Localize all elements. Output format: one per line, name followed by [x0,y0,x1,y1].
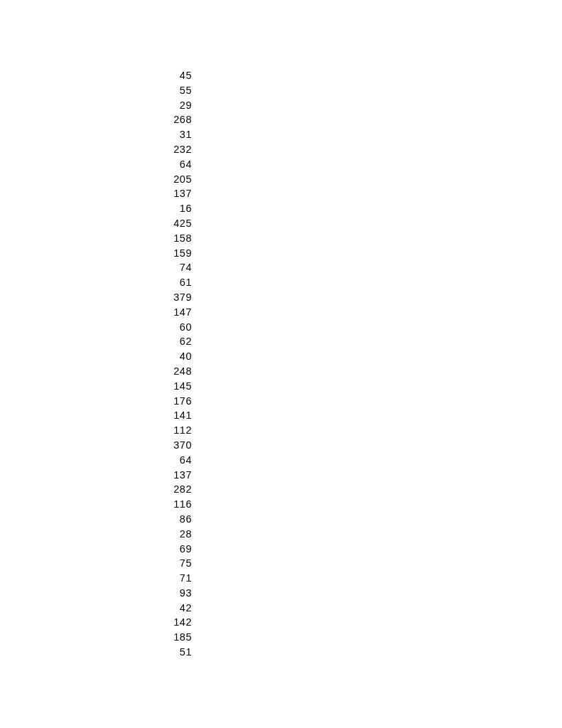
number-cell: 147 [163,305,192,320]
number-cell: 71 [163,571,192,586]
number-cell: 137 [163,186,192,201]
number-cell: 55 [163,83,192,98]
number-cell: 379 [163,290,192,305]
number-cell: 176 [163,394,192,409]
number-cell: 116 [163,497,192,512]
number-cell: 158 [163,231,192,246]
number-cell: 232 [163,142,192,157]
number-cell: 141 [163,408,192,423]
number-cell: 74 [163,260,192,275]
number-cell: 205 [163,172,192,187]
number-cell: 370 [163,438,192,453]
number-cell: 75 [163,556,192,571]
number-cell: 69 [163,542,192,557]
number-cell: 159 [163,246,192,261]
number-cell: 60 [163,320,192,335]
number-cell: 64 [163,453,192,468]
number-cell: 45 [163,68,192,83]
number-cell: 29 [163,98,192,113]
number-cell: 248 [163,364,192,379]
number-cell: 16 [163,201,192,216]
number-cell: 31 [163,127,192,142]
number-cell: 61 [163,275,192,290]
number-cell: 28 [163,527,192,542]
number-cell: 282 [163,482,192,497]
number-cell: 145 [163,379,192,394]
number-cell: 93 [163,586,192,601]
number-cell: 112 [163,423,192,438]
number-cell: 64 [163,157,192,172]
number-cell: 268 [163,112,192,127]
number-cell: 62 [163,334,192,349]
number-cell: 185 [163,630,192,645]
number-cell: 42 [163,601,192,616]
number-cell: 137 [163,468,192,483]
number-cell: 425 [163,216,192,231]
number-cell: 142 [163,615,192,630]
number-cell: 40 [163,349,192,364]
number-column: 45 55 29 268 31 232 64 205 137 16 425 15… [163,68,192,660]
number-cell: 86 [163,512,192,527]
number-cell: 51 [163,645,192,660]
